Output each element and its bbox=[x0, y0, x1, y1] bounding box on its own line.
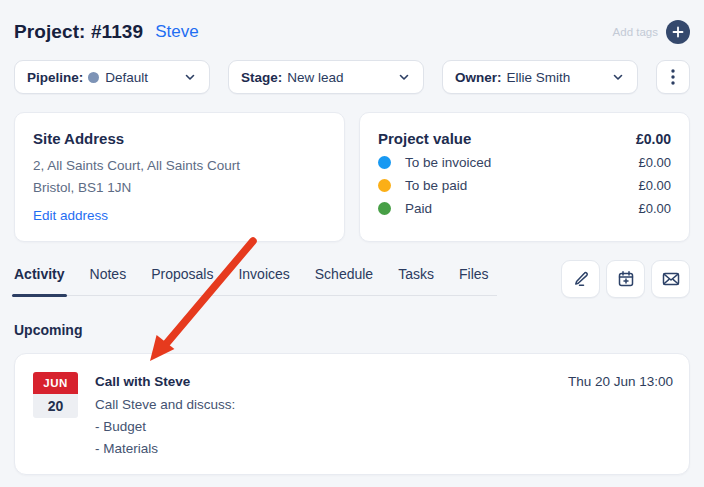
tab-schedule[interactable]: Schedule bbox=[315, 266, 373, 282]
add-note-button[interactable] bbox=[561, 260, 600, 298]
more-options-button[interactable] bbox=[656, 60, 690, 94]
chevron-down-icon bbox=[397, 70, 411, 84]
add-tag-button[interactable] bbox=[666, 20, 690, 44]
value-row-paid: Paid £0.00 bbox=[378, 201, 671, 216]
upcoming-event-card[interactable]: JUN 20 Call with Steve Call Steve and di… bbox=[14, 353, 690, 475]
stage-label: Stage: bbox=[241, 70, 282, 85]
summary-cards: Site Address 2, All Saints Court, All Sa… bbox=[14, 112, 690, 242]
calendar-plus-icon bbox=[616, 269, 636, 289]
add-tags-label: Add tags bbox=[613, 26, 658, 38]
event-day: 20 bbox=[33, 394, 78, 418]
event-month: JUN bbox=[33, 372, 78, 394]
pencil-icon bbox=[571, 269, 591, 289]
site-address-title: Site Address bbox=[33, 130, 326, 147]
pipeline-status-dot bbox=[88, 72, 99, 83]
event-date-badge: JUN 20 bbox=[33, 372, 78, 418]
value-row-to-be-paid: To be paid £0.00 bbox=[378, 178, 671, 193]
upcoming-heading: Upcoming bbox=[14, 322, 690, 338]
page-title: Project: #1139 bbox=[14, 21, 143, 43]
tab-proposals[interactable]: Proposals bbox=[151, 266, 213, 282]
chevron-down-icon bbox=[183, 70, 197, 84]
address-line-1: 2, All Saints Court, All Saints Court bbox=[33, 155, 326, 177]
edit-address-link[interactable]: Edit address bbox=[33, 208, 108, 223]
event-description-line: Call Steve and discuss: bbox=[95, 394, 568, 416]
chevron-down-icon bbox=[611, 70, 625, 84]
send-email-button[interactable] bbox=[651, 260, 690, 298]
event-datetime: Thu 20 Jun 13:00 bbox=[568, 372, 673, 392]
address-line-2: Bristol, BS1 1JN bbox=[33, 177, 326, 199]
stage-value: New lead bbox=[287, 70, 343, 85]
plus-icon bbox=[672, 26, 684, 38]
tab-activity[interactable]: Activity bbox=[14, 266, 65, 282]
stage-dropdown[interactable]: Stage: New lead bbox=[228, 60, 424, 94]
project-value-title: Project value bbox=[378, 130, 471, 147]
event-title: Call with Steve bbox=[95, 372, 568, 392]
to-be-invoiced-dot bbox=[378, 156, 391, 169]
project-value-total: £0.00 bbox=[636, 131, 671, 147]
site-address-card: Site Address 2, All Saints Court, All Sa… bbox=[14, 112, 345, 242]
add-event-button[interactable] bbox=[606, 260, 645, 298]
pipeline-value: Default bbox=[105, 70, 148, 85]
project-name-link[interactable]: Steve bbox=[155, 22, 198, 42]
owner-dropdown[interactable]: Owner: Ellie Smith bbox=[442, 60, 638, 94]
to-be-invoiced-label: To be invoiced bbox=[405, 155, 491, 170]
page-header: Project: #1139 Steve Add tags bbox=[14, 0, 690, 44]
pipeline-dropdown[interactable]: Pipeline: Default bbox=[14, 60, 210, 94]
filter-bar: Pipeline: Default Stage: New lead Owner:… bbox=[14, 60, 690, 94]
paid-dot bbox=[378, 202, 391, 215]
to-be-paid-value: £0.00 bbox=[638, 178, 671, 193]
tab-invoices[interactable]: Invoices bbox=[238, 266, 289, 282]
project-page: Project: #1139 Steve Add tags Pipeline: … bbox=[0, 0, 704, 475]
envelope-icon bbox=[661, 269, 681, 289]
owner-label: Owner: bbox=[455, 70, 502, 85]
event-description-line: - Budget bbox=[95, 416, 568, 438]
pipeline-label: Pipeline: bbox=[27, 70, 83, 85]
kebab-menu-icon bbox=[671, 69, 675, 85]
to-be-paid-dot bbox=[378, 179, 391, 192]
event-description-line: - Materials bbox=[95, 438, 568, 460]
project-value-card: Project value £0.00 To be invoiced £0.00… bbox=[359, 112, 690, 242]
tab-files[interactable]: Files bbox=[459, 266, 489, 282]
paid-value: £0.00 bbox=[638, 201, 671, 216]
to-be-invoiced-value: £0.00 bbox=[638, 155, 671, 170]
tab-notes[interactable]: Notes bbox=[90, 266, 127, 282]
to-be-paid-label: To be paid bbox=[405, 178, 467, 193]
tab-bar: Activity Notes Proposals Invoices Schedu… bbox=[14, 266, 690, 298]
tab-tasks[interactable]: Tasks bbox=[398, 266, 434, 282]
value-row-to-be-invoiced: To be invoiced £0.00 bbox=[378, 155, 671, 170]
owner-value: Ellie Smith bbox=[507, 70, 571, 85]
paid-label: Paid bbox=[405, 201, 432, 216]
